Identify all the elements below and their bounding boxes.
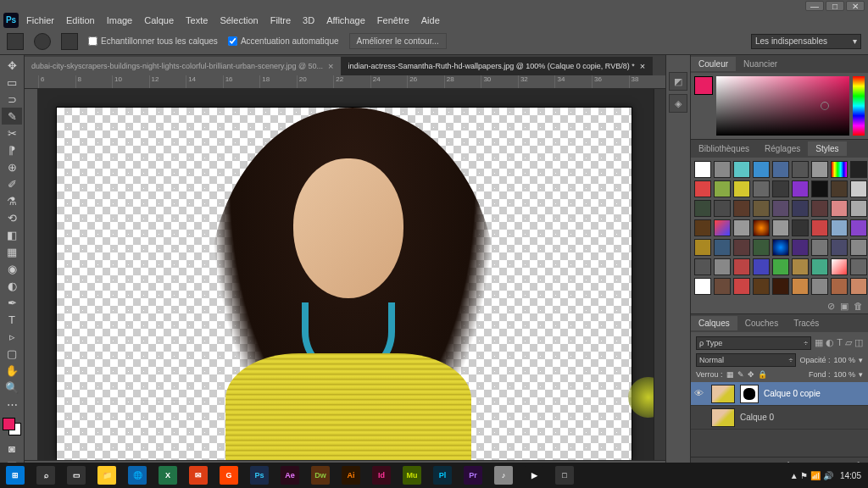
document-tab[interactable]: dubai-city-skyscrapers-buildings-night-l… [25, 57, 342, 75]
style-swatch[interactable] [733, 239, 750, 256]
visibility-toggle-icon[interactable] [694, 412, 706, 424]
style-swatch[interactable] [694, 239, 711, 256]
menu-sélection[interactable]: Sélection [214, 14, 264, 27]
menu-image[interactable]: Image [101, 14, 139, 27]
taskbar-app[interactable]: ⌕ [31, 463, 61, 488]
style-swatch[interactable] [753, 200, 770, 217]
style-swatch[interactable] [792, 258, 809, 275]
style-swatch[interactable] [694, 219, 711, 236]
shape-tool[interactable]: ▢ [2, 345, 22, 362]
style-swatch[interactable] [811, 161, 828, 178]
style-swatch[interactable] [850, 161, 867, 178]
style-swatch[interactable] [850, 180, 867, 197]
style-swatch[interactable] [850, 258, 867, 275]
window-close-button[interactable]: ✕ [846, 1, 865, 11]
zoom-tool[interactable]: 🔍 [2, 379, 22, 396]
style-swatch[interactable] [850, 239, 867, 256]
layer-name[interactable]: Calque 0 copie [764, 389, 821, 398]
close-tab-icon[interactable]: × [328, 61, 333, 71]
panel-tab-bibliothèques[interactable]: Bibliothèques [691, 141, 757, 156]
layer-item[interactable]: Calque 0 [691, 406, 868, 430]
style-swatch[interactable] [694, 278, 711, 295]
style-swatch[interactable] [792, 161, 809, 178]
lasso-tool[interactable]: ⊃ [2, 91, 22, 108]
taskbar-app[interactable]: Dw [305, 463, 336, 488]
canvas[interactable]: ➤ [38, 89, 654, 460]
style-swatch[interactable] [811, 219, 828, 236]
new-style-icon[interactable]: ▣ [840, 301, 849, 312]
taskbar-app[interactable]: X [153, 463, 183, 488]
taskbar-app[interactable]: □ [549, 463, 580, 488]
type-tool[interactable]: T [2, 311, 22, 328]
foreground-color[interactable] [3, 418, 15, 430]
style-swatch[interactable] [694, 180, 711, 197]
menu-aide[interactable]: Aide [415, 14, 446, 27]
style-swatch[interactable] [772, 239, 789, 256]
eraser-tool[interactable]: ◧ [2, 226, 22, 243]
hue-slider[interactable] [853, 76, 865, 136]
properties-panel-icon[interactable]: ◈ [669, 94, 687, 113]
edit-toolbar[interactable]: ⋯ [2, 396, 22, 413]
taskbar-app[interactable]: ▭ [61, 463, 92, 488]
taskbar-app[interactable]: ✉ [183, 463, 214, 488]
menu-filtre[interactable]: Filtre [264, 14, 297, 27]
history-panel-icon[interactable]: ◩ [669, 72, 687, 91]
color-picker[interactable] [691, 73, 868, 139]
filter-adjust-icon[interactable]: ◐ [826, 337, 834, 348]
style-swatch[interactable] [733, 278, 750, 295]
taskbar-app[interactable]: Ae [275, 463, 305, 488]
style-swatch[interactable] [831, 161, 848, 178]
taskbar-app[interactable]: G [214, 463, 244, 488]
style-swatch[interactable] [792, 180, 809, 197]
panel-tab-nuancier[interactable]: Nuancier [736, 57, 785, 71]
opacity-value[interactable]: 100 % [833, 356, 855, 364]
layer-thumbnail[interactable] [711, 385, 735, 403]
style-swatch[interactable] [753, 180, 770, 197]
style-swatch[interactable] [792, 200, 809, 217]
layer-mask-thumbnail[interactable] [740, 385, 759, 403]
style-swatch[interactable] [753, 219, 770, 236]
window-minimize-button[interactable]: — [805, 1, 824, 11]
style-swatch[interactable] [811, 258, 828, 275]
panel-tab-couleur[interactable]: Couleur [691, 57, 736, 71]
style-swatch[interactable] [772, 278, 789, 295]
brush-tool[interactable]: ✐ [2, 175, 22, 192]
taskbar-app[interactable]: ▶ [519, 463, 549, 488]
panel-tab-tracés[interactable]: Tracés [786, 316, 826, 330]
hand-tool[interactable]: ✋ [2, 362, 22, 379]
filter-smart-icon[interactable]: ◫ [854, 337, 863, 348]
style-swatch[interactable] [792, 239, 809, 256]
lock-position-icon[interactable]: ✥ [748, 370, 754, 379]
style-swatch[interactable] [714, 180, 731, 197]
style-swatch[interactable] [694, 161, 711, 178]
menu-affichage[interactable]: Affichage [320, 14, 371, 27]
style-swatch[interactable] [850, 278, 867, 295]
current-color-swatch[interactable] [694, 76, 713, 95]
style-swatch[interactable] [753, 258, 770, 275]
taskbar-app[interactable]: Pr [458, 463, 488, 488]
brush-preset[interactable] [34, 33, 51, 50]
style-swatch[interactable] [694, 258, 711, 275]
menu-fichier[interactable]: Fichier [20, 14, 60, 27]
style-swatch[interactable] [753, 161, 770, 178]
marquee-tool[interactable]: ▭ [2, 74, 22, 91]
menu-calque[interactable]: Calque [138, 14, 180, 27]
taskbar-app[interactable]: ♪ [488, 463, 519, 488]
clear-style-icon[interactable]: ⊘ [827, 301, 835, 312]
workspace-selector[interactable]: Les indispensables▾ [751, 34, 861, 49]
style-swatch[interactable] [714, 278, 731, 295]
style-swatch[interactable] [831, 180, 848, 197]
menu-edition[interactable]: Edition [60, 14, 101, 27]
taskbar-app[interactable]: 📁 [92, 463, 122, 488]
style-swatch[interactable] [792, 278, 809, 295]
blur-tool[interactable]: ◉ [2, 260, 22, 277]
active-tool-preset[interactable] [7, 33, 24, 50]
style-swatch[interactable] [733, 180, 750, 197]
delete-style-icon[interactable]: 🗑 [854, 301, 863, 311]
style-swatch[interactable] [772, 200, 789, 217]
taskbar-app[interactable]: ⊞ [0, 463, 31, 488]
filter-pixel-icon[interactable]: ▦ [815, 337, 823, 348]
style-swatch[interactable] [753, 239, 770, 256]
taskbar-app[interactable]: Pl [427, 463, 458, 488]
style-swatch[interactable] [811, 278, 828, 295]
